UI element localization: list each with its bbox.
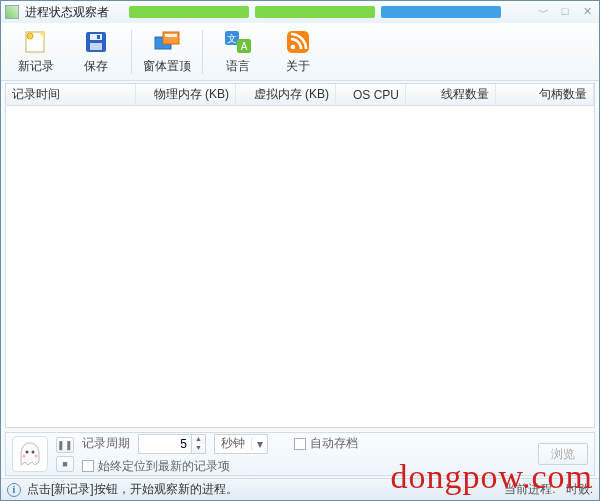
- svg-point-19: [35, 455, 38, 458]
- col-threads[interactable]: 线程数量: [406, 84, 496, 105]
- app-window: 进程状态观察者 ﹀ □ ✕ 新记录 保存: [0, 0, 600, 501]
- svg-rect-4: [90, 34, 102, 40]
- svg-point-18: [23, 455, 26, 458]
- close-button[interactable]: ✕: [579, 5, 595, 20]
- record-table: 记录时间 物理内存 (KB) 虚拟内存 (KB) OS CPU 线程数量 句柄数…: [5, 83, 595, 428]
- auto-archive-checkbox[interactable]: [294, 438, 306, 450]
- pin-latest-checkbox[interactable]: [82, 460, 94, 472]
- auto-archive-label: 自动存档: [310, 436, 358, 450]
- language-icon: 文A: [224, 28, 252, 56]
- minimize-button[interactable]: ﹀: [535, 5, 551, 20]
- new-record-button[interactable]: 新记录: [7, 26, 65, 78]
- period-label: 记录周期: [82, 435, 130, 452]
- spin-up[interactable]: ▲: [192, 435, 205, 444]
- pause-button[interactable]: ❚❚: [56, 437, 74, 453]
- toolbar-separator: [202, 30, 203, 74]
- mascot-icon: [12, 436, 48, 472]
- svg-rect-6: [97, 35, 100, 39]
- svg-rect-8: [163, 32, 179, 44]
- topmost-button[interactable]: 窗体置顶: [138, 26, 196, 78]
- status-current-process: 当前进程:: [504, 481, 555, 498]
- pause-icon: ❚❚: [57, 440, 73, 450]
- stop-button[interactable]: ■: [56, 456, 74, 472]
- period-unit-combo[interactable]: 秒钟 ▾: [214, 434, 268, 454]
- table-header: 记录时间 物理内存 (KB) 虚拟内存 (KB) OS CPU 线程数量 句柄数…: [6, 84, 594, 106]
- col-phys-mem[interactable]: 物理内存 (KB): [136, 84, 236, 105]
- col-cpu[interactable]: OS CPU: [336, 84, 406, 105]
- toolbar: 新记录 保存 窗体置顶 文A 语言 关于: [1, 23, 599, 81]
- pin-latest-label: 始终定位到最新的记录项: [98, 459, 230, 473]
- new-record-icon: [22, 28, 50, 56]
- col-time[interactable]: 记录时间: [6, 84, 136, 105]
- maximize-button[interactable]: □: [557, 5, 573, 20]
- titlebar-decor: [129, 6, 535, 18]
- svg-rect-5: [90, 43, 102, 50]
- svg-point-2: [27, 33, 33, 39]
- bottom-panel: ❚❚ ■ 记录周期 ▲▼ 秒钟 ▾ 自动存档 始终定位到最新的记录项 浏览: [5, 432, 595, 476]
- spin-down[interactable]: ▼: [192, 444, 205, 453]
- about-button[interactable]: 关于: [269, 26, 327, 78]
- topmost-icon: [153, 28, 181, 56]
- info-icon: i: [7, 483, 21, 497]
- browse-button[interactable]: 浏览: [538, 443, 588, 465]
- table-body[interactable]: [6, 106, 594, 427]
- col-handles[interactable]: 句柄数量: [496, 84, 594, 105]
- language-button[interactable]: 文A 语言: [209, 26, 267, 78]
- rss-icon: [284, 28, 312, 56]
- status-hint: 点击[新记录]按钮，开始观察新的进程。: [27, 481, 238, 498]
- period-input[interactable]: [138, 434, 192, 454]
- statusbar: i 点击[新记录]按钮，开始观察新的进程。 当前进程: 时败:: [1, 478, 599, 500]
- svg-point-15: [291, 45, 296, 50]
- save-button[interactable]: 保存: [67, 26, 125, 78]
- toolbar-separator: [131, 30, 132, 74]
- save-icon: [82, 28, 110, 56]
- svg-text:文: 文: [227, 33, 237, 44]
- window-title: 进程状态观察者: [25, 4, 109, 21]
- stop-icon: ■: [62, 459, 67, 469]
- status-failures: 时败:: [566, 481, 593, 498]
- chevron-down-icon: ▾: [251, 437, 267, 451]
- titlebar: 进程状态观察者 ﹀ □ ✕: [1, 1, 599, 23]
- svg-text:A: A: [241, 41, 248, 52]
- period-spinner[interactable]: ▲▼: [138, 434, 206, 454]
- col-virt-mem[interactable]: 虚拟内存 (KB): [236, 84, 336, 105]
- svg-rect-9: [165, 34, 177, 37]
- svg-point-16: [26, 451, 29, 454]
- app-icon: [5, 5, 19, 19]
- svg-point-17: [32, 451, 35, 454]
